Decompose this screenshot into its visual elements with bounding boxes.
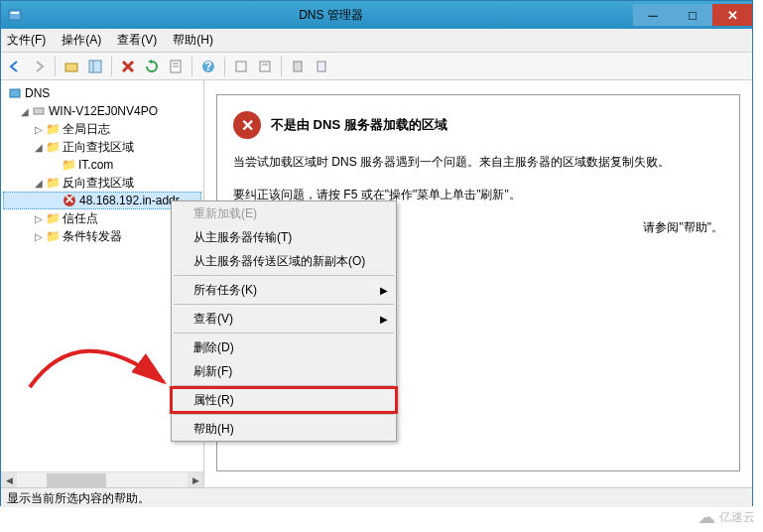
tb-icon-2[interactable]	[255, 57, 275, 76]
tree-label: 正向查找区域	[63, 139, 134, 156]
tree-label: 48.168.192.in-addr	[79, 194, 180, 207]
tree-global-log[interactable]: ▷ 📁 全局日志	[3, 120, 201, 138]
error-icon: ✕	[233, 111, 261, 139]
forward-button[interactable]	[29, 57, 49, 76]
status-text: 显示当前所选内容的帮助。	[7, 491, 150, 505]
tree-label: DNS	[25, 86, 50, 100]
svg-rect-13	[294, 62, 302, 71]
svg-text:?: ?	[204, 60, 211, 73]
watermark: ☁ 亿速云	[698, 506, 755, 528]
menu-file[interactable]: 文件(F)	[7, 32, 46, 49]
tree-label: 反向查找区域	[63, 175, 134, 192]
cm-transfer[interactable]: 从主服务器传输(T)	[172, 225, 396, 249]
tb-icon-3[interactable]	[288, 57, 308, 76]
svg-rect-3	[89, 61, 101, 72]
close-button[interactable]: ✕	[712, 4, 752, 26]
cm-delete[interactable]: 删除(D)	[172, 335, 396, 359]
tree-forward-item[interactable]: 📁 IT.com	[3, 156, 201, 174]
tree-label: 信任点	[63, 210, 98, 227]
window-title: DNS 管理器	[29, 7, 633, 24]
cm-properties[interactable]: 属性(R)	[172, 388, 396, 412]
svg-rect-2	[65, 64, 77, 71]
delete-button[interactable]	[118, 57, 138, 76]
tree-h-scrollbar[interactable]: ◀ ▶	[1, 471, 203, 487]
svg-rect-10	[236, 62, 246, 71]
context-menu: 重新加载(E) 从主服务器传输(T) 从主服务器传送区域的新副本(O) 所有任务…	[171, 200, 397, 442]
show-hide-button[interactable]	[85, 57, 105, 76]
help-button[interactable]: ?	[198, 57, 218, 76]
tree-label: 全局日志	[63, 121, 110, 138]
statusbar: 显示当前所选内容的帮助。	[1, 487, 752, 507]
maximize-button[interactable]: □	[673, 4, 712, 26]
error-title: 不是由 DNS 服务器加载的区域	[271, 116, 447, 134]
tree-reverse-zone[interactable]: ◢ 📁 反向查找区域	[3, 174, 201, 192]
titlebar[interactable]: DNS 管理器 ─ □ ✕	[1, 1, 752, 29]
tree-label: IT.com	[78, 158, 113, 172]
app-icon	[7, 7, 23, 23]
tree-root-dns[interactable]: DNS	[3, 84, 201, 102]
cm-new-copy[interactable]: 从主服务器传送区域的新副本(O)	[172, 249, 396, 273]
up-button[interactable]	[62, 57, 81, 76]
svg-rect-1	[11, 12, 19, 14]
tree-label: 条件转发器	[63, 228, 122, 245]
cm-all-tasks[interactable]: 所有任务(K)▶	[172, 278, 396, 302]
svg-rect-0	[9, 10, 21, 20]
toolbar: ?	[1, 53, 752, 80]
svg-rect-14	[318, 62, 325, 71]
svg-rect-11	[260, 62, 270, 71]
svg-text:✕: ✕	[64, 194, 74, 206]
tree-server[interactable]: ◢ WIN-V12EJ0NV4PO	[3, 102, 201, 120]
minimize-button[interactable]: ─	[633, 4, 673, 26]
refresh-button[interactable]	[142, 57, 162, 76]
tree-label: WIN-V12EJ0NV4PO	[49, 104, 158, 118]
tb-icon-1[interactable]	[231, 57, 251, 76]
menu-action[interactable]: 操作(A)	[62, 32, 101, 49]
cm-refresh[interactable]: 刷新(F)	[172, 359, 396, 383]
error-text-1: 当尝试加载区域时 DNS 服务器遇到一个问题。来自主服务器的区域数据复制失败。	[233, 153, 723, 172]
tb-icon-4[interactable]	[312, 57, 331, 76]
tree-forward-zone[interactable]: ◢ 📁 正向查找区域	[3, 138, 201, 156]
cm-help[interactable]: 帮助(H)	[172, 417, 396, 441]
menu-help[interactable]: 帮助(H)	[173, 32, 213, 49]
cm-reload: 重新加载(E)	[172, 201, 396, 225]
menu-view[interactable]: 查看(V)	[117, 32, 157, 49]
svg-rect-15	[10, 89, 20, 97]
cm-view[interactable]: 查看(V)▶	[172, 307, 396, 331]
back-button[interactable]	[5, 57, 25, 76]
menubar: 文件(F) 操作(A) 查看(V) 帮助(H)	[1, 29, 752, 53]
properties-button[interactable]	[166, 57, 186, 76]
cloud-icon: ☁	[698, 506, 715, 528]
svg-rect-16	[34, 108, 44, 114]
